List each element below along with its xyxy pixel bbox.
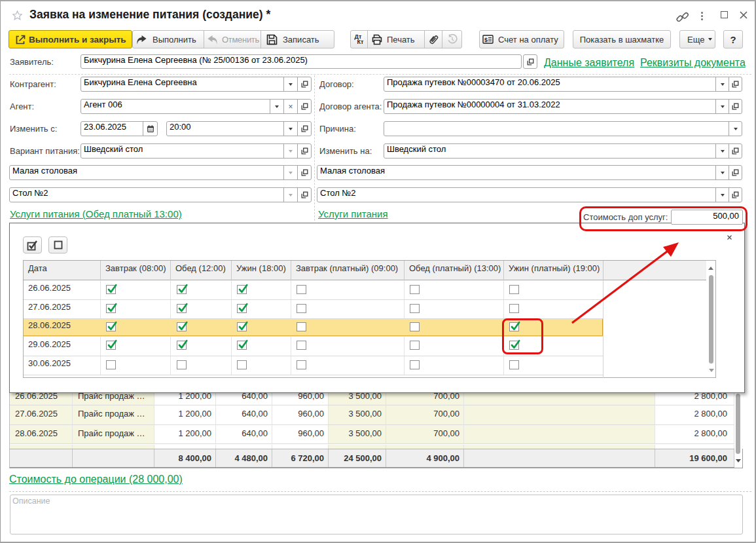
svg-text:$: $ [484, 37, 488, 43]
